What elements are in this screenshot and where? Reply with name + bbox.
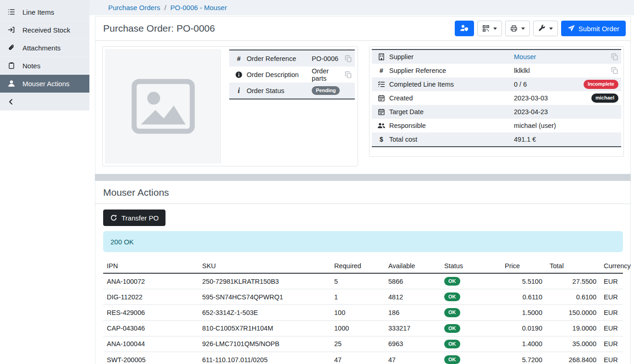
calendar-icon [374,108,389,116]
cell-price: 1.4000 [501,336,546,352]
cell-price: 1.5000 [501,305,546,320]
status-badge: OK [444,355,460,364]
line-items-table: IPN SKU Required Available Status Price … [103,259,623,364]
supplier-link[interactable]: Mouser [514,53,536,61]
assign-user-button[interactable] [455,21,474,36]
cell-required: 1 [331,289,385,305]
order-image-placeholder[interactable] [105,50,221,163]
cell-ipn: RES-429006 [103,305,198,320]
copy-icon[interactable] [345,55,352,62]
breadcrumb-separator: / [164,4,166,11]
detail-label: Order Reference [247,55,312,62]
cell-price: 0.0190 [501,320,546,336]
detail-row-supplier: Supplier Mouser [372,50,621,64]
sidebar-collapse-button[interactable] [0,93,89,110]
status-badge: OK [444,292,460,301]
refresh-icon [110,214,117,221]
app-window: Line Items Received Stock Attachments No… [0,0,634,364]
detail-value: 2023-03-03 [514,94,588,102]
status-badge: OK [444,324,460,333]
cell-total: 268.8400 [546,352,600,364]
detail-label: Order Status [247,87,312,94]
cell-status: OK [441,320,501,336]
building-icon [374,53,389,61]
submit-order-button[interactable]: Submit Order [561,21,626,36]
cell-ipn: DIG-112022 [103,289,198,305]
mouser-actions-title: Mouser Actions [103,187,169,198]
mouser-actions-body: Transfer PO 200 OK IPN SKU [95,204,630,364]
cell-available: 5866 [385,273,441,289]
detail-value: lklklkl [514,67,607,74]
transfer-po-button[interactable]: Transfer PO [103,210,165,226]
sidebar-item-received-stock[interactable]: Received Stock [0,21,89,39]
completed-status-badge-wrap: Incomplete [584,80,618,88]
supplier-details-table: Supplier Mouser # Supplier Refere [372,49,621,147]
sidebar-item-attachments[interactable]: Attachments [0,39,89,57]
clipboard-icon [7,61,16,70]
cell-available: 47 [385,352,441,364]
send-icon [568,25,575,32]
hash-icon: # [231,55,247,62]
detail-value: 0 / 6 [514,81,580,88]
printer-icon [510,25,518,32]
cell-required: 100 [331,305,385,320]
cell-status: OK [441,289,501,305]
status-badge: OK [444,340,460,348]
sidebar-item-mouser-actions[interactable]: Mouser Actions [0,75,89,93]
breadcrumb-link-purchase-orders[interactable]: Purchase Orders [108,4,160,11]
cell-ipn: CAP-043046 [103,320,198,336]
sidebar: Line Items Received Stock Attachments No… [0,0,89,364]
col-header-currency: Currency [600,259,623,273]
detail-label: Supplier [389,53,514,61]
cell-status: OK [441,336,501,352]
detail-row-responsible: Responsible michael (user) [372,119,621,132]
sidebar-item-label: Line Items [22,8,54,16]
breadcrumb-link-current-order[interactable]: PO-0006 - Mouser [171,4,227,11]
cell-status: OK [441,305,501,320]
order-toolbar: Submit Order [455,21,626,36]
cell-status: OK [441,352,501,364]
cell-price: 0.6110 [501,289,546,305]
tasks-icon [374,81,389,88]
main-area: Purchase Orders / PO-0006 - Mouser Purch… [89,0,634,364]
submit-order-label: Submit Order [579,25,619,33]
detail-value: 491.1 € [514,136,618,143]
users-icon [374,122,389,129]
detail-label: Order Description [247,71,312,78]
calendar-icon [374,94,389,102]
copy-icon[interactable] [611,53,618,61]
print-menu-button[interactable] [505,21,530,36]
chevron-down-icon [549,28,553,30]
status-badge: OK [444,308,460,317]
detail-label: Total cost [389,136,514,143]
sidebar-item-line-items[interactable]: Line Items [0,3,89,21]
sidebar-list: Line Items Received Stock Attachments No… [0,0,89,110]
cell-total: 35.0000 [546,336,600,352]
sidebar-item-label: Notes [22,62,40,70]
hash-icon: # [374,67,389,74]
order-status-badge: Pending [312,86,340,95]
cell-available: 186 [385,305,441,320]
cell-total: 19.0000 [546,320,600,336]
detail-value: 2023-04-23 [514,108,618,116]
order-actions-menu-button[interactable] [533,21,558,36]
order-details-card: # Order Reference PO-0006 [102,46,358,166]
order-details-table: # Order Reference PO-0006 [229,50,355,99]
dollar-icon: $ [374,136,389,143]
cell-sku: 926-LMC7101QM5/NOPB [198,336,331,352]
copy-icon[interactable] [611,67,618,74]
breadcrumb: Purchase Orders / PO-0006 - Mouser [89,0,634,15]
cell-status: OK [441,273,501,289]
sidebar-item-label: Mouser Actions [22,80,70,88]
detail-label: Supplier Reference [389,67,514,74]
cell-currency: EUR [600,336,623,352]
sidebar-item-notes[interactable]: Notes [0,57,89,75]
detail-label: Target Date [389,108,514,116]
detail-row-order-status: i Order Status Pending [229,83,355,99]
chevron-down-icon [493,28,497,30]
sidebar-item-label: Received Stock [22,26,70,34]
barcode-menu-button[interactable] [477,21,502,36]
cell-available: 4812 [385,289,441,305]
order-summary-panel: Purchase Order: PO-0006 [95,16,631,174]
copy-icon[interactable] [345,71,352,78]
